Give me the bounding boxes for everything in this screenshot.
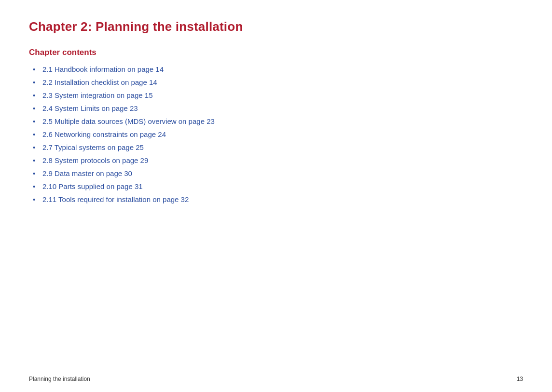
bullet-icon: • — [29, 117, 42, 125]
toc-link-2-10[interactable]: 2.10 Parts supplied on page 31 — [42, 182, 143, 190]
toc-link-2-5[interactable]: 2.5 Multiple data sources (MDS) overview… — [42, 117, 215, 125]
toc-link-2-3[interactable]: 2.3 System integration on page 15 — [42, 91, 153, 99]
toc-item[interactable]: •2.11 Tools required for installation on… — [29, 195, 523, 203]
bullet-icon: • — [29, 104, 42, 112]
toc-link-2-6[interactable]: 2.6 Networking constraints on page 24 — [42, 130, 166, 138]
toc-item[interactable]: •2.8 System protocols on page 29 — [29, 156, 523, 164]
toc-item[interactable]: •2.6 Networking constraints on page 24 — [29, 130, 523, 138]
chapter-title: Chapter 2: Planning the installation — [29, 19, 523, 34]
toc-item[interactable]: •2.1 Handbook information on page 14 — [29, 65, 523, 73]
toc-item[interactable]: •2.7 Typical systems on page 25 — [29, 143, 523, 151]
bullet-icon: • — [29, 195, 42, 203]
toc-item[interactable]: •2.10 Parts supplied on page 31 — [29, 182, 523, 190]
footer-left-text: Planning the installation — [29, 376, 90, 382]
toc-link-2-8[interactable]: 2.8 System protocols on page 29 — [42, 156, 148, 164]
bullet-icon: • — [29, 78, 42, 86]
toc-item[interactable]: •2.4 System Limits on page 23 — [29, 104, 523, 112]
chapter-contents-heading: Chapter contents — [29, 48, 523, 57]
bullet-icon: • — [29, 143, 42, 151]
toc-item[interactable]: •2.9 Data master on page 30 — [29, 169, 523, 177]
toc-link-2-7[interactable]: 2.7 Typical systems on page 25 — [42, 143, 144, 151]
footer-page-number: 13 — [517, 376, 523, 382]
toc-link-2-11[interactable]: 2.11 Tools required for installation on … — [42, 195, 189, 203]
toc-list: •2.1 Handbook information on page 14•2.2… — [29, 65, 523, 203]
toc-link-2-1[interactable]: 2.1 Handbook information on page 14 — [42, 65, 164, 73]
bullet-icon: • — [29, 182, 42, 190]
page-content: Chapter 2: Planning the installation Cha… — [0, 0, 552, 228]
toc-link-2-9[interactable]: 2.9 Data master on page 30 — [42, 169, 132, 177]
toc-link-2-2[interactable]: 2.2 Installation checklist on page 14 — [42, 78, 157, 86]
toc-item[interactable]: •2.3 System integration on page 15 — [29, 91, 523, 99]
toc-item[interactable]: •2.2 Installation checklist on page 14 — [29, 78, 523, 86]
bullet-icon: • — [29, 91, 42, 99]
bullet-icon: • — [29, 156, 42, 164]
bullet-icon: • — [29, 169, 42, 177]
footer: Planning the installation 13 — [29, 376, 523, 382]
bullet-icon: • — [29, 65, 42, 73]
toc-item[interactable]: •2.5 Multiple data sources (MDS) overvie… — [29, 117, 523, 125]
toc-link-2-4[interactable]: 2.4 System Limits on page 23 — [42, 104, 138, 112]
bullet-icon: • — [29, 130, 42, 138]
